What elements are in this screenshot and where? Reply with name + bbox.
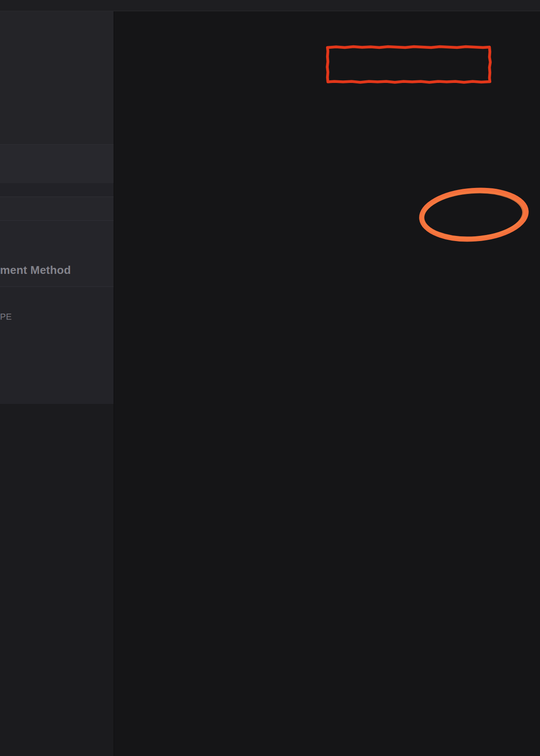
underlay-band xyxy=(0,183,114,197)
background-page-underlay: ment Method PE xyxy=(0,0,114,756)
underlay-band xyxy=(0,197,114,220)
order-detail-panel xyxy=(114,0,540,756)
payment-method-heading-partial: ment Method xyxy=(0,264,71,277)
underlay-band xyxy=(0,404,114,756)
top-strip xyxy=(0,0,540,11)
underlay-row-highlight xyxy=(0,144,114,183)
stripe-label-partial: PE xyxy=(0,312,12,322)
underlay-band xyxy=(0,287,114,404)
